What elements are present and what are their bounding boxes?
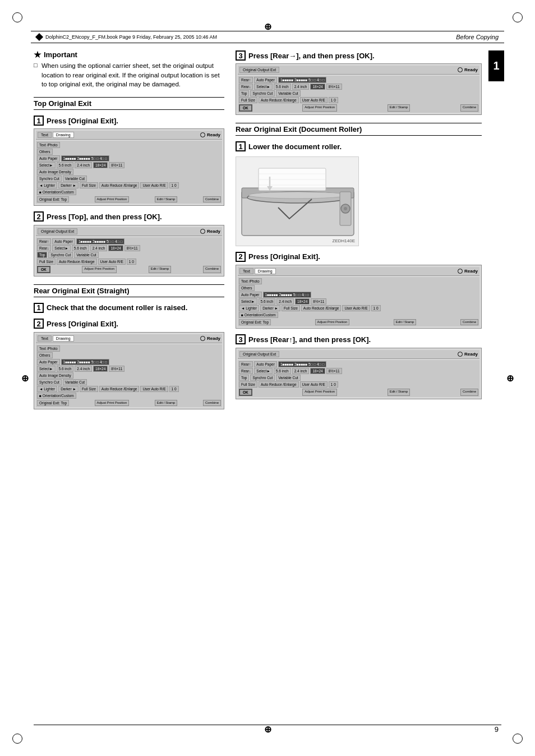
lcd-tab-text: Text <box>38 132 52 138</box>
two-column-layout: Important When using the optional carrie… <box>34 50 482 415</box>
lcd-ready-1: Ready <box>200 132 220 137</box>
section-heading-rear-roller: Rear Original Exit (Document Roller) <box>236 123 482 136</box>
lcd-row-1: Text /Photo <box>37 142 221 148</box>
lcd-r3-row4: Full Size Auto Reduce /Enlarge User Auto… <box>239 381 478 388</box>
lcd-rt-orig: Original Output Ext <box>239 67 279 73</box>
lcd-r3-header: Original Output Ext Ready <box>238 350 479 359</box>
lcd-ready-2: Ready <box>200 229 220 234</box>
lcd-r3-ready: Ready <box>458 352 478 357</box>
lcd-rs-header: Text Drawing Ready <box>36 334 222 343</box>
lcd-8511: 8½×11 <box>109 162 124 168</box>
lcd-rt-full: Full Size <box>239 97 257 103</box>
lcd2-row3: Top Synchro Cut Variable Cut <box>37 252 221 258</box>
lcd-top-2-tabs: Original Output Ext <box>38 228 77 234</box>
lcd-rt-adjust: Adjust Print Position <box>302 104 337 112</box>
lcd-rs-icons: 1■■■■■ 2■■■■■ 5□ □ 4□ □ <box>61 359 109 365</box>
lcd-r3-edit: Edit / Stamp <box>388 389 411 396</box>
lcd-r2-ready-text: Ready <box>464 269 478 274</box>
lcd-r2-row6: ■ Orientation/Custom <box>239 312 478 318</box>
lcd-r2-10: 1 0 <box>371 305 381 311</box>
lcd-r3-user: User Auto R/E <box>300 381 328 388</box>
lcd-rs-ready-circle <box>200 336 205 341</box>
lcd2-row4: Full Size Auto Reduce /Enlarge User Auto… <box>37 259 221 265</box>
lcd2-1824: 18×24 <box>108 245 123 251</box>
crop-circle-tr <box>513 12 523 22</box>
lcd-rs-sel: Select► <box>37 366 56 372</box>
lcd-r3-ready-text: Ready <box>464 352 478 357</box>
step-roller-1-header: 1 Lower the document roller. <box>236 141 482 151</box>
lcd2-synchro: Synchro Cut <box>48 252 73 258</box>
lcd-rt-var: Variable Cut <box>276 90 300 96</box>
lcd-rt-tabs: Original Output Ext <box>239 67 279 73</box>
step-rear-straight-2-header: 2 Press [Original Exit]. <box>34 319 224 329</box>
lcd-rs-ready: Ready <box>200 336 220 341</box>
lcd-top-2-header: Original Output Ext Ready <box>36 227 222 236</box>
lcd-r3-full: Full Size <box>239 381 257 388</box>
chapter-number: 1 <box>493 59 499 72</box>
lcd-orig-exit-top: Original Exit: Top <box>37 196 69 202</box>
lcd-edit: Edit / Stamp <box>155 196 178 202</box>
lcd-rs-darker: Darker ► <box>58 386 79 392</box>
lcd-r2-row1: Text /Photo <box>239 278 478 284</box>
lcd-r3-1824: 18×24 <box>310 368 325 374</box>
section-heading-top-exit: Top Original Exit <box>34 97 224 110</box>
lcd-rt-row3: Top Synchro Cut Variable Cut <box>239 90 478 96</box>
lcd-r3-tabs: Original Output Ext <box>239 351 279 357</box>
lcd-rt-sel: Select► <box>254 84 273 90</box>
lcd-rt-1824: 18×24 <box>310 84 325 90</box>
lcd-rt-btns: OK Adjust Print Position Edit / Stamp Co… <box>239 104 478 112</box>
lcd-top-2-body: Rear↑ Auto Paper 1■■■■■ 2■■■■■ 5□ □ 4□ □… <box>36 237 222 274</box>
lcd-r2-edit: Edit / Stamp <box>394 319 417 325</box>
step-top-2: 2 Press [Top], and then press [OK]. Orig… <box>34 211 224 276</box>
step-roller-3-number: 3 <box>236 334 246 344</box>
lcd-rear-straight: Text Drawing Ready Text /Photo <box>34 332 224 409</box>
lcd-r3-row2: Rear↓ Select► 5.6 inch 2.4 inch 18×24 8½… <box>239 368 478 374</box>
lcd-r3-rear2: Rear↓ <box>239 368 253 374</box>
crop-circle-tl <box>12 12 22 22</box>
lcd-r2-icons: 1■■■■■ 2■■■■■ 5□ □ 4□ □ <box>263 292 311 298</box>
step-roller-1: 1 Lower the document roller. <box>236 141 482 246</box>
lcd-rt-ready: Ready <box>458 67 478 72</box>
lcd2-ap: Auto Paper <box>52 238 75 245</box>
lcd2-icons: 1■■■■■ 2■■■■■ 5□ □ 4□ □ <box>76 238 124 245</box>
lcd-r2-row3: Auto Paper 1■■■■■ 2■■■■■ 5□ □ 4□ □ <box>239 292 478 298</box>
lcd-row-2: Others <box>37 149 221 155</box>
lcd-orient: ■ Orientation/Custom <box>37 189 76 195</box>
step-top-1-text: Press [Original Exit]. <box>47 117 118 126</box>
step-rear-straight-2: 2 Press [Original Exit]. Text Drawing <box>34 319 224 409</box>
lcd-full: Full Size <box>80 182 98 188</box>
step-roller-2-header: 2 Press [Original Exit]. <box>236 252 482 262</box>
lcd-r3-24: 2.4 inch <box>292 368 310 374</box>
lcd-rt-top: Top <box>239 90 249 96</box>
lcd-r2-body: Text /Photo Others Auto Paper 1■■■■■ 2■■… <box>238 277 479 326</box>
lcd-rs-aid: Auto Image Density <box>37 372 73 379</box>
lcd-r3-var: Variable Cut <box>276 375 300 381</box>
step-roller-1-text: Lower the document roller. <box>248 142 342 152</box>
header-diamond <box>35 33 43 41</box>
lcd2-top: Top <box>37 252 47 258</box>
lcd-rs-row8: ■ Orientation/Custom <box>37 393 221 399</box>
lcd-r2-text: Text <box>239 268 253 274</box>
lcd-row-8: ■ Orientation/Custom <box>37 189 221 195</box>
lcd2-row1: Rear↑ Auto Paper 1■■■■■ 2■■■■■ 5□ □ 4□ □ <box>37 238 221 245</box>
lcd-rs-row5: Auto Image Density <box>37 372 221 379</box>
roller-svg <box>236 157 359 246</box>
lcd-r3-ok: OK <box>239 389 252 396</box>
page: ⊕ ⊕ ⊕ ⊕ DolphinC2_ENcopy_F_FM.book Page … <box>0 0 535 756</box>
step-rear-straight-2-number: 2 <box>34 319 44 329</box>
lcd-r3-adjust: Adjust Print Position <box>302 389 337 396</box>
lcd-auto-reduce: Auto Reduce /Enlarge <box>99 182 140 188</box>
section-label: Before Copying <box>456 34 499 40</box>
lcd-auto-paper: Auto Paper <box>37 155 60 162</box>
lcd-ready-text-1: Ready <box>207 132 220 137</box>
lcd-r2-tabs: Text Drawing <box>239 268 276 274</box>
lcd-rs-btns: Original Exit: Top Adjust Print Position… <box>37 400 221 406</box>
lcd-rt-row4: Full Size Auto Reduce /Enlarge User Auto… <box>239 97 478 103</box>
step-top-1: 1 Press [Original Exit]. Text Drawing <box>34 116 224 206</box>
lcd-r3-ready-circle <box>458 352 463 357</box>
lcd-rt-edit: Edit / Stamp <box>388 104 411 112</box>
lcd-r2-sel: Select► <box>239 298 257 305</box>
lcd-r3-row3: Top Synchro Cut Variable Cut <box>239 375 478 381</box>
lcd2-row2: Rear↓ Select► 5.6 inch 2.4 inch 18×24 8½… <box>37 245 221 251</box>
lcd-r2-8511: 8½×11 <box>311 298 326 305</box>
